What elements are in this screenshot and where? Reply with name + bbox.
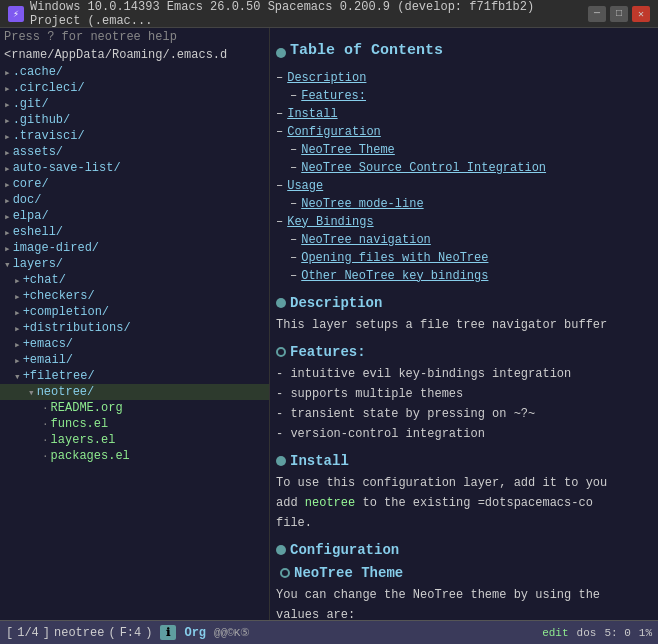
tree-label: +email/ (23, 353, 73, 367)
tree-item[interactable]: ▸image-dired/ (0, 240, 269, 256)
tree-label: .travisci/ (13, 129, 85, 143)
section-bullet: - intuitive evil key-bindings integratio… (276, 365, 652, 383)
folder-icon: ▸ (4, 82, 11, 95)
toc-link[interactable]: Usage (287, 177, 323, 195)
toc-link[interactable]: NeoTree mode-line (301, 195, 423, 213)
tree-item[interactable]: ·layers.el (0, 432, 269, 448)
toc-link[interactable]: Features: (301, 87, 366, 105)
toc-link[interactable]: Other NeoTree key bindings (301, 267, 488, 285)
tree-item[interactable]: ▸+emacs/ (0, 336, 269, 352)
titlebar: ⚡ Windows 10.0.14393 Emacs 26.0.50 Space… (0, 0, 658, 28)
tree-item[interactable]: ▸+checkers/ (0, 288, 269, 304)
section-title: Description (290, 293, 382, 314)
toc-dot (276, 48, 286, 58)
folder-icon: ▾ (28, 386, 35, 399)
neotree-help-line: Press ? for neotree help (0, 28, 269, 46)
tree-item[interactable]: ·packages.el (0, 448, 269, 464)
toc-link[interactable]: Configuration (287, 123, 381, 141)
toc-link[interactable]: NeoTree Theme (301, 141, 395, 159)
toc-link[interactable]: Key Bindings (287, 213, 373, 231)
tree-item[interactable]: ▸.git/ (0, 96, 269, 112)
toc-link[interactable]: Description (287, 69, 366, 87)
buffer-name: neotree (54, 626, 104, 640)
folder-icon: ▸ (14, 354, 21, 367)
toc-item[interactable]: –Key Bindings (276, 213, 652, 231)
tree-item[interactable]: ▸assets/ (0, 144, 269, 160)
toc-item[interactable]: –NeoTree navigation (276, 231, 652, 249)
tree-item[interactable]: ▸doc/ (0, 192, 269, 208)
maximize-button[interactable]: □ (610, 6, 628, 22)
tree-item[interactable]: ▸.circleci/ (0, 80, 269, 96)
toc-bullet: – (276, 213, 283, 231)
tree-item[interactable]: ·funcs.el (0, 416, 269, 432)
tree-item[interactable]: ▸+completion/ (0, 304, 269, 320)
tree-label: +completion/ (23, 305, 109, 319)
toc-link[interactable]: NeoTree Source Control Integration (301, 159, 546, 177)
tree-item[interactable]: ▸elpa/ (0, 208, 269, 224)
folder-icon: ▸ (4, 146, 11, 159)
file-icon: · (42, 418, 49, 430)
content-area[interactable]: Table of Contents –Description–Features:… (270, 28, 658, 620)
tree-item[interactable]: ▸.travisci/ (0, 128, 269, 144)
tree-label: auto-save-list/ (13, 161, 121, 175)
content-section: InstallTo use this configuration layer, … (276, 451, 652, 532)
unicode-buttons: @@©K⑤ (214, 626, 250, 639)
close-button[interactable]: ✕ (632, 6, 650, 22)
tree-label: +emacs/ (23, 337, 73, 351)
toc-bullet: – (290, 141, 297, 159)
tree-item[interactable]: ▸.cache/ (0, 64, 269, 80)
folder-icon: ▸ (4, 242, 11, 255)
tree-item[interactable]: ▸+email/ (0, 352, 269, 368)
window-title: Windows 10.0.14393 Emacs 26.0.50 Spacema… (30, 0, 582, 28)
tree-item[interactable]: ▸+distributions/ (0, 320, 269, 336)
percent-label: 1% (639, 627, 652, 639)
toc-item[interactable]: –Features: (276, 87, 652, 105)
content-section: Features:- intuitive evil key-bindings i… (276, 342, 652, 443)
tree-label: doc/ (13, 193, 42, 207)
toc-item[interactable]: –Install (276, 105, 652, 123)
toc-item[interactable]: –Description (276, 69, 652, 87)
toc-item[interactable]: –NeoTree mode-line (276, 195, 652, 213)
tree-item[interactable]: ·README.org (0, 400, 269, 416)
tree-item[interactable]: ▸eshell/ (0, 224, 269, 240)
tree-item[interactable]: ▸auto-save-list/ (0, 160, 269, 176)
toc-item[interactable]: –Configuration (276, 123, 652, 141)
tree-item[interactable]: ▸+chat/ (0, 272, 269, 288)
toc-link[interactable]: Opening files with NeoTree (301, 249, 488, 267)
folder-icon: ▸ (4, 194, 11, 207)
edit-label: edit (542, 627, 568, 639)
section-body: You can change the NeoTree theme by usin… (276, 586, 652, 604)
tree-label: assets/ (13, 145, 63, 159)
section-dot (276, 456, 286, 466)
toc-item[interactable]: –Usage (276, 177, 652, 195)
position-fraction: 1/4 (17, 626, 39, 640)
folder-icon: ▸ (4, 130, 11, 143)
folder-icon: ▸ (4, 162, 11, 175)
folder-icon: ▸ (4, 66, 11, 79)
tree-label: README.org (51, 401, 123, 415)
folder-icon: ▾ (4, 258, 11, 271)
toc-item[interactable]: –Opening files with NeoTree (276, 249, 652, 267)
toc-item[interactable]: –Other NeoTree key bindings (276, 267, 652, 285)
tree-item[interactable]: ▸core/ (0, 176, 269, 192)
toc-link[interactable]: Install (287, 105, 337, 123)
tree-item[interactable]: ▸.github/ (0, 112, 269, 128)
tree-item[interactable]: ▾neotree/ (0, 384, 269, 400)
tree-label: +checkers/ (23, 289, 95, 303)
section-bullet: - transient state by pressing on ~?~ (276, 405, 652, 423)
section-body: This layer setups a file tree navigator … (276, 316, 652, 334)
section-title: Features: (290, 342, 366, 363)
section-header: Configuration (276, 540, 652, 561)
minimize-button[interactable]: ─ (588, 6, 606, 22)
tree-item[interactable]: ▾+filetree/ (0, 368, 269, 384)
toc-item[interactable]: –NeoTree Theme (276, 141, 652, 159)
toc-bullet: – (290, 159, 297, 177)
tree-label: layers/ (13, 257, 63, 271)
toc-link[interactable]: NeoTree navigation (301, 231, 431, 249)
toc-item[interactable]: –NeoTree Source Control Integration (276, 159, 652, 177)
tree-label: .circleci/ (13, 81, 85, 95)
neotree-sidebar[interactable]: Press ? for neotree help <rname/AppData/… (0, 28, 270, 620)
tree-item[interactable]: ▾layers/ (0, 256, 269, 272)
line-col: 5: 0 (604, 627, 630, 639)
folder-icon: ▸ (14, 306, 21, 319)
